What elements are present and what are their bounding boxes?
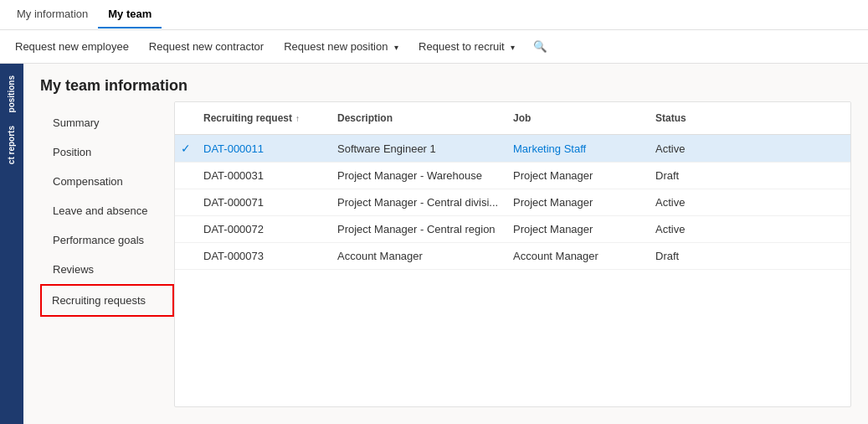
row-status: Draft [649, 243, 749, 269]
row-job: Project Manager [506, 189, 649, 215]
nav-position[interactable]: Position [40, 137, 174, 167]
row-job[interactable]: Marketing Staff [506, 135, 649, 162]
request-new-position-button[interactable]: Request new position ▾ [275, 35, 407, 58]
recruiting-request-id[interactable]: DAT-000073 [197, 243, 331, 269]
col-recruiting-request[interactable]: Recruiting request ↑ [197, 109, 331, 127]
recruiting-request-id[interactable]: DAT-000031 [197, 163, 331, 189]
col-description[interactable]: Description [331, 109, 506, 127]
col-check [175, 109, 197, 127]
page-title-bar: My team information [23, 64, 868, 101]
request-new-contractor-button[interactable]: Request new contractor [141, 35, 272, 58]
table-row[interactable]: DAT-000072 Project Manager - Central reg… [175, 216, 850, 243]
request-new-employee-button[interactable]: Request new employee [7, 35, 137, 58]
col-status[interactable]: Status [649, 109, 749, 127]
top-tabs: My information My team [0, 0, 868, 30]
sidebar-ct-reports[interactable]: ct reports [5, 122, 18, 168]
col-job[interactable]: Job [506, 109, 649, 127]
main-container: positions ct reports My team information… [0, 64, 868, 424]
action-bar: Request new employee Request new contrac… [0, 30, 868, 64]
table-row[interactable]: ✓ DAT-000011 Software Engineer 1 Marketi… [175, 135, 850, 163]
checkmark-icon: ✓ [181, 142, 191, 155]
table-area: Recruiting request ↑ Description Job Sta… [174, 101, 851, 407]
row-status: Active [649, 189, 749, 215]
recruiting-request-id[interactable]: DAT-000072 [197, 216, 331, 242]
row-description: Account Manager [331, 243, 506, 269]
row-status: Active [649, 216, 749, 242]
chevron-down-icon: ▾ [511, 43, 515, 52]
search-icon: 🔍 [533, 40, 547, 53]
row-check [175, 163, 197, 189]
row-job: Project Manager [506, 216, 649, 242]
recruiting-request-id[interactable]: DAT-000011 [197, 135, 331, 162]
nav-compensation[interactable]: Compensation [40, 167, 174, 196]
content-area: My team information Summary Position Com… [23, 64, 868, 424]
row-description: Project Manager - Central region [331, 216, 506, 242]
row-check [175, 243, 197, 269]
row-check: ✓ [175, 135, 197, 162]
nav-leave-absence[interactable]: Leave and absence [40, 196, 174, 225]
table-row[interactable]: DAT-000071 Project Manager - Central div… [175, 189, 850, 216]
table-header: Recruiting request ↑ Description Job Sta… [175, 102, 850, 135]
nav-reviews[interactable]: Reviews [40, 255, 174, 284]
request-to-recruit-button[interactable]: Request to recruit ▾ [410, 35, 523, 58]
search-button[interactable]: 🔍 [526, 34, 553, 60]
nav-recruiting-requests[interactable]: Recruiting requests [40, 284, 174, 317]
left-sidebar: positions ct reports [0, 64, 23, 424]
chevron-down-icon: ▾ [394, 43, 398, 52]
sidebar-positions[interactable]: positions [5, 72, 18, 116]
sort-asc-icon: ↑ [295, 114, 300, 123]
side-nav: Summary Position Compensation Leave and … [40, 101, 174, 407]
tab-my-team[interactable]: My team [98, 1, 162, 28]
row-description: Software Engineer 1 [331, 135, 506, 162]
row-status: Active [649, 135, 749, 162]
table-body: ✓ DAT-000011 Software Engineer 1 Marketi… [175, 135, 850, 270]
recruiting-request-id[interactable]: DAT-000071 [197, 189, 331, 215]
table-row[interactable]: DAT-000031 Project Manager - Warehouse P… [175, 163, 850, 189]
nav-summary[interactable]: Summary [40, 108, 174, 137]
row-description: Project Manager - Central divisi... [331, 189, 506, 215]
row-description: Project Manager - Warehouse [331, 163, 506, 189]
nav-performance-goals[interactable]: Performance goals [40, 225, 174, 255]
row-check [175, 189, 197, 215]
tab-my-information[interactable]: My information [7, 1, 98, 28]
row-job: Account Manager [506, 243, 649, 269]
row-job: Project Manager [506, 163, 649, 189]
page-title: My team information [40, 77, 851, 95]
table-row[interactable]: DAT-000073 Account Manager Account Manag… [175, 243, 850, 270]
row-check [175, 216, 197, 242]
row-status: Draft [649, 163, 749, 189]
inner-layout: Summary Position Compensation Leave and … [23, 101, 868, 424]
